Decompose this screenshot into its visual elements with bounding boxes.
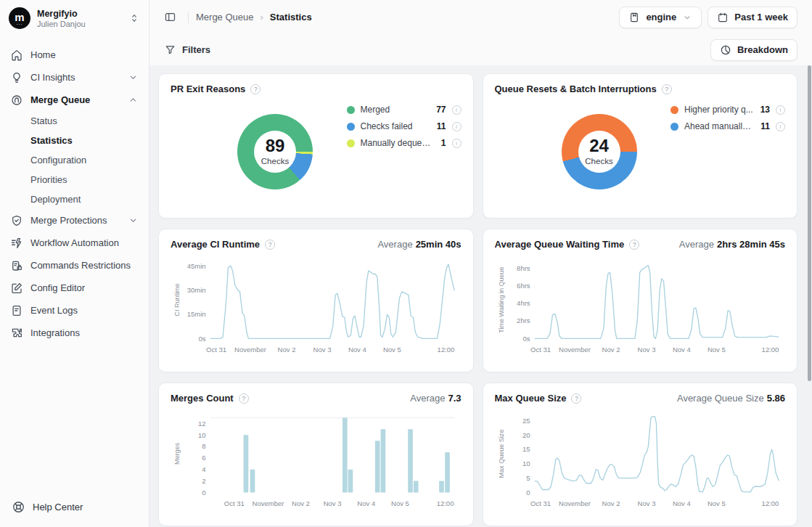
help-center-label: Help Center <box>33 502 83 512</box>
scrollbar-thumb[interactable] <box>808 65 811 381</box>
cards-grid: PR Exit Reasons?89ChecksMerged77iChecks … <box>158 73 797 526</box>
calendar-icon <box>717 12 729 23</box>
svg-text:Oct 31: Oct 31 <box>530 346 551 354</box>
help-center-button[interactable]: Help Center <box>0 490 149 527</box>
donut-chart-pr-exit-reasons: 89Checks <box>237 114 313 189</box>
legend-dot-icon <box>670 106 678 114</box>
sidebar-item-priorities[interactable]: Priorities <box>6 170 143 189</box>
card-title-ci-runtime: Average CI Runtime <box>171 239 260 250</box>
legend-dot-icon <box>347 139 355 147</box>
average-value: Average7.3 <box>410 393 461 404</box>
svg-text:12:00: 12:00 <box>761 499 779 507</box>
svg-text:45min: 45min <box>187 262 206 270</box>
topbar: Merge Queue › Statistics engine Past 1 w… <box>149 0 812 34</box>
sidebar-item-home[interactable]: Home <box>6 44 143 66</box>
repository-selector[interactable]: engine <box>619 7 702 28</box>
svg-text:4: 4 <box>202 465 206 473</box>
svg-text:15: 15 <box>522 445 530 453</box>
sidebar-item-configuration[interactable]: Configuration <box>6 150 143 170</box>
svg-text:Nov 2: Nov 2 <box>292 499 310 507</box>
donut-center-value: 24 <box>589 137 609 155</box>
sidebar-item-label: Home <box>30 49 56 60</box>
svg-text:CI Runtime: CI Runtime <box>173 283 181 316</box>
legend-label: Checks failed <box>361 121 413 131</box>
help-icon[interactable]: ? <box>629 240 639 250</box>
repository-icon <box>628 12 640 23</box>
help-icon[interactable]: ? <box>662 84 672 94</box>
lifebuoy-icon <box>12 500 25 514</box>
document-icon <box>10 304 23 317</box>
toolbar: Filters Breakdown <box>149 34 812 65</box>
sidebar-item-label: Event Logs <box>30 305 78 316</box>
filters-button[interactable]: Filters <box>160 39 215 60</box>
chevron-down-icon <box>682 12 692 23</box>
svg-text:November: November <box>559 346 591 354</box>
lightbulb-icon <box>10 71 23 84</box>
chevron-down-icon <box>128 215 139 226</box>
average-value: Average25min 40s <box>377 239 461 250</box>
info-icon[interactable]: i <box>776 105 785 115</box>
card-pr-exit-reasons: PR Exit Reasons?89ChecksMerged77iChecks … <box>158 73 474 218</box>
breadcrumb-merge-queue[interactable]: Merge Queue <box>196 12 254 23</box>
help-icon[interactable]: ? <box>265 240 275 250</box>
info-icon[interactable]: i <box>452 105 462 115</box>
sidebar-item-merge-protections[interactable]: Merge Protections <box>6 209 143 232</box>
svg-text:0: 0 <box>202 489 205 497</box>
sidebar-item-event-logs[interactable]: Event Logs <box>6 299 143 322</box>
sidebar-item-merge-queue[interactable]: Merge Queue <box>6 89 143 111</box>
svg-text:Nov 3: Nov 3 <box>324 499 342 507</box>
svg-text:Nov 2: Nov 2 <box>278 346 296 354</box>
svg-text:Nov 5: Nov 5 <box>707 499 725 507</box>
sidebar-item-integrations[interactable]: Integrations <box>6 322 143 344</box>
sidebar-item-label: Workflow Automation <box>30 237 119 248</box>
info-icon[interactable]: i <box>452 122 462 131</box>
chart-ci-runtime: 0s15min30min45minOct 31NovemberNov 2Nov … <box>171 256 462 356</box>
svg-text:12:00: 12:00 <box>761 346 779 354</box>
topbar-divider <box>188 12 189 23</box>
help-icon[interactable]: ? <box>571 393 581 404</box>
sidebar-item-ci-insights[interactable]: CI Insights <box>6 66 143 89</box>
svg-text:Nov 2: Nov 2 <box>602 346 620 354</box>
sidebar-item-deployment[interactable]: Deployment <box>6 189 143 209</box>
period-selector[interactable]: Past 1 week <box>708 7 797 28</box>
svg-text:Oct 31: Oct 31 <box>224 499 245 507</box>
svg-text:Nov 2: Nov 2 <box>602 499 620 507</box>
sidebar-item-label: Statistics <box>30 135 73 146</box>
legend: Higher priority q...13iAhead manually ..… <box>670 105 785 208</box>
legend-label: Merged <box>361 105 390 115</box>
svg-text:Nov 4: Nov 4 <box>672 346 691 354</box>
puzzle-icon <box>10 327 23 340</box>
sidebar-item-config-editor[interactable]: Config Editor <box>6 277 143 299</box>
svg-text:Nov 3: Nov 3 <box>637 499 655 507</box>
breakdown-button[interactable]: Breakdown <box>710 39 797 61</box>
legend-item: Ahead manually ...11i <box>670 121 785 131</box>
card-ci-runtime: Average CI Runtime?Average25min 40s0s15m… <box>158 229 474 372</box>
sidebar-item-label: Configuration <box>30 155 86 166</box>
svg-text:12: 12 <box>198 420 206 428</box>
scrollbar <box>807 65 811 527</box>
svg-text:8hrs: 8hrs <box>517 264 530 272</box>
org-switcher[interactable]: m ... Mergifyio Julien Danjou <box>0 0 149 38</box>
card-header: PR Exit Reasons? <box>171 83 462 94</box>
svg-text:November: November <box>253 499 285 507</box>
legend-item: Merged77i <box>347 105 462 115</box>
breadcrumb-separator-icon: › <box>261 12 263 23</box>
info-icon[interactable]: i <box>776 122 785 131</box>
sidebar-nav: HomeCI InsightsMerge QueueStatusStatisti… <box>0 38 149 490</box>
average-value: Average2hrs 28min 45s <box>679 239 785 250</box>
sidebar-item-workflow-automation[interactable]: Workflow Automation <box>6 232 143 254</box>
svg-text:10: 10 <box>522 459 530 467</box>
svg-text:Nov 4: Nov 4 <box>348 346 367 354</box>
help-icon[interactable]: ? <box>250 84 261 94</box>
svg-text:30min: 30min <box>187 286 206 294</box>
svg-text:Oct 31: Oct 31 <box>530 499 551 507</box>
sidebar-item-status[interactable]: Status <box>6 111 143 131</box>
info-icon[interactable]: i <box>452 139 462 148</box>
card-title-pr-exit-reasons: PR Exit Reasons <box>171 83 245 94</box>
svg-text:Nov 4: Nov 4 <box>357 499 376 507</box>
sidebar-toggle-button[interactable] <box>160 7 181 28</box>
donut-center-label: Checks <box>585 157 612 166</box>
sidebar-item-commands-restrictions[interactable]: Commands Restrictions <box>6 254 143 277</box>
sidebar-item-statistics[interactable]: Statistics <box>6 131 143 150</box>
help-icon[interactable]: ? <box>239 393 249 404</box>
